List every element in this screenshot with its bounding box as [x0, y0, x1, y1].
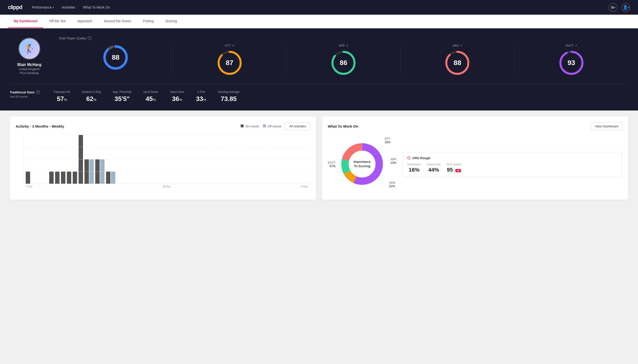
putt-donut: 93 [558, 50, 585, 76]
arg-donut-value: 21% [389, 184, 395, 188]
stat-scoring-avg: Scoring Average 73.85 [218, 90, 240, 103]
bar-group [73, 172, 77, 184]
putt-donut-label-text: PUTT [328, 161, 335, 164]
player-name: Blair McHarg [17, 62, 42, 67]
bar-group [79, 135, 83, 184]
info-stat-opportunity: Opportunity 44% [427, 163, 441, 173]
app-donut-value: 12% [390, 161, 396, 164]
main-score-value: 88 [112, 54, 119, 61]
trad-title-text: Traditional Stats [10, 90, 35, 94]
add-chevron-icon: ▾ [614, 6, 615, 9]
logo-text: clippd [8, 4, 22, 10]
putt-trend-icon: ↗ [575, 44, 577, 48]
tab-around-the-green[interactable]: Around the Green [98, 15, 137, 28]
bar-group [61, 172, 65, 184]
bar-off-course [111, 172, 115, 184]
oneputt-number: 33 [196, 95, 203, 102]
info-card-title: ARG Rough [407, 156, 617, 160]
nav-wtwo[interactable]: What To Work On [83, 6, 110, 9]
score-card-app: APP ↗ 86 [287, 44, 400, 76]
on-course-dot [241, 124, 244, 127]
main-donut: 88 [102, 44, 129, 71]
bar-group [84, 160, 94, 184]
bar-on-course [55, 172, 60, 184]
wtwo-donut-svg: Importance To Scoring [340, 142, 384, 186]
bar-group [106, 172, 115, 184]
updown-value: 45% [146, 95, 156, 103]
wtwo-card-header: What To Work On View Dashboard [328, 122, 622, 130]
tpq-info-icon[interactable]: ? [88, 36, 92, 40]
x-label-feb: 7 Feb [26, 185, 32, 188]
info-card: ARG Rough Importance 16% Opportunity 44%… [402, 152, 622, 177]
user-chevron-icon: ▾ [628, 6, 629, 9]
importance-label: Importance [407, 163, 421, 166]
svg-text:To Scoring: To Scoring [354, 164, 370, 168]
off-course-label: Off course [268, 125, 281, 128]
putt-score-value: 93 [567, 59, 575, 67]
main-content: Activity - 3 Months - Weekly On course O… [0, 110, 638, 206]
all-activities-button[interactable]: All Activities [285, 122, 310, 130]
bar-on-course [73, 172, 77, 184]
fairways-value: 57% [57, 95, 67, 103]
info-stat-importance: Importance 16% [407, 163, 421, 173]
ott-label: OTT ↗ [225, 44, 234, 48]
trad-info-icon[interactable]: ? [36, 90, 40, 94]
nav-right: ⊕ ▾ 👤 ▾ [609, 3, 630, 12]
navbar: clippd Performance ▾ Activities What To … [0, 0, 638, 15]
stat-fairways-hit: Fairways Hit 57% [54, 90, 70, 103]
arg-score-value: 88 [454, 59, 461, 67]
score-card-arg: ARG ↗ 88 [400, 44, 514, 76]
app-label: APP ↗ [339, 44, 348, 48]
bar-group [55, 172, 60, 184]
tab-approach[interactable]: Approach [72, 15, 98, 28]
tpq-label: Total Player Quality ? [59, 36, 628, 40]
gir-value: 62% [86, 95, 96, 103]
stat-greens-in-reg: Greens In Reg 62% [82, 90, 101, 103]
trad-subtitle: Last 20 rounds [10, 95, 44, 98]
tab-off-the-tee[interactable]: Off the Tee [43, 15, 72, 28]
app-prox-number: 35'5" [115, 95, 130, 102]
bar-on-course [106, 172, 110, 184]
score-card-putt: PUTT ↗ 93 [515, 44, 628, 76]
player-country: United Kingdom [19, 68, 40, 71]
activity-card-header: Activity - 3 Months - Weekly On course O… [16, 122, 310, 130]
updown-number: 45 [146, 95, 153, 102]
app-donut: 86 [330, 50, 357, 76]
app-prox-value: 35'5" [115, 95, 130, 103]
stat-up-down: Up & Down 45% [143, 90, 158, 103]
ott-donut-label-text: OTT [385, 137, 390, 140]
arg-donut-label: ARG 21% [389, 181, 395, 188]
nav-links: Performance ▾ Activities What To Work On [32, 6, 599, 9]
logo[interactable]: clippd [8, 4, 22, 10]
fairways-label: Fairways Hit [54, 90, 70, 94]
arg-donut-label-text: ARG [389, 181, 395, 184]
view-dashboard-button[interactable]: View Dashboard [591, 122, 622, 130]
avatar: 🏌️ [18, 38, 40, 60]
info-card-stats: Importance 16% Opportunity 44% Shot Qual… [407, 163, 617, 173]
nav-performance[interactable]: Performance ▾ [32, 6, 54, 9]
sand-number: 36 [172, 95, 179, 102]
app-donut-label-text: APP [390, 158, 396, 161]
add-button[interactable]: ⊕ ▾ [609, 3, 617, 12]
gir-label: Greens In Reg [82, 90, 101, 94]
bar-on-course [79, 135, 83, 184]
ott-label-text: OTT [225, 44, 231, 48]
tab-putting[interactable]: Putting [137, 15, 160, 28]
plus-icon: ⊕ [610, 5, 614, 10]
putt-label: PUTT ↗ [566, 44, 577, 48]
chart-legend: On course Off course [241, 124, 281, 128]
info-card-title-text: ARG Rough [412, 156, 431, 160]
tab-scoring[interactable]: Scoring [159, 15, 183, 28]
gir-number: 62 [86, 95, 93, 102]
oneputt-label: 1 Putt [197, 90, 205, 94]
on-course-label: On course [246, 125, 259, 128]
tab-my-dashboard[interactable]: My Dashboard [8, 15, 43, 28]
gir-suffix: % [93, 98, 96, 102]
activity-card-title: Activity - 3 Months - Weekly [16, 124, 64, 128]
hero-top: 🏌️ Blair McHarg United Kingdom Plus Hand… [10, 36, 628, 76]
info-card-indicator [407, 156, 410, 160]
user-menu-button[interactable]: 👤 ▾ [621, 3, 630, 12]
wtwo-donut-wrap: PUTT 57% [328, 135, 396, 194]
ott-donut-value: 10% [385, 140, 390, 144]
nav-activities[interactable]: Activities [62, 6, 75, 9]
